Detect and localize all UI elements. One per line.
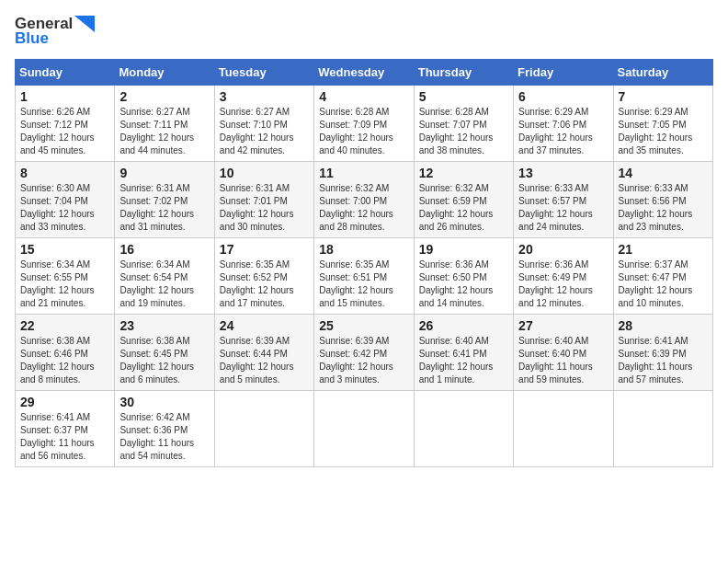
day-info: Sunrise: 6:38 AM Sunset: 6:45 PM Dayligh… — [119, 335, 209, 386]
day-number: 27 — [518, 318, 608, 333]
day-info: Sunrise: 6:41 AM Sunset: 6:37 PM Dayligh… — [20, 411, 109, 463]
day-info: Sunrise: 6:42 AM Sunset: 6:36 PM Dayligh… — [119, 411, 209, 463]
day-number: 14 — [619, 166, 708, 180]
calendar-cell: 4 Sunrise: 6:28 AM Sunset: 7:09 PM Dayli… — [314, 86, 414, 162]
calendar-cell: 10 Sunrise: 6:31 AM Sunset: 7:01 PM Dayl… — [214, 162, 313, 238]
calendar-cell: 3 Sunrise: 6:27 AM Sunset: 7:10 PM Dayli… — [214, 86, 313, 162]
day-number: 17 — [220, 242, 309, 257]
calendar-cell: 21 Sunrise: 6:37 AM Sunset: 6:47 PM Dayl… — [613, 238, 712, 315]
day-info: Sunrise: 6:28 AM Sunset: 7:09 PM Dayligh… — [319, 106, 408, 157]
day-number: 26 — [419, 318, 508, 333]
day-info: Sunrise: 6:31 AM Sunset: 7:01 PM Dayligh… — [220, 182, 309, 234]
calendar-cell: 14 Sunrise: 6:33 AM Sunset: 6:56 PM Dayl… — [613, 162, 712, 238]
day-info: Sunrise: 6:39 AM Sunset: 6:44 PM Dayligh… — [220, 335, 309, 386]
day-number: 3 — [220, 89, 309, 104]
day-number: 8 — [20, 166, 109, 180]
day-info: Sunrise: 6:40 AM Sunset: 6:40 PM Dayligh… — [518, 335, 608, 386]
day-of-week-header: Friday — [514, 60, 613, 86]
logo-arrow-icon — [74, 16, 95, 32]
day-info: Sunrise: 6:36 AM Sunset: 6:49 PM Dayligh… — [518, 259, 608, 310]
calendar-cell: 27 Sunrise: 6:40 AM Sunset: 6:40 PM Dayl… — [514, 315, 613, 391]
calendar-cell: 15 Sunrise: 6:34 AM Sunset: 6:55 PM Dayl… — [16, 238, 115, 315]
calendar-table: SundayMondayTuesdayWednesdayThursdayFrid… — [15, 59, 713, 467]
calendar-cell: 7 Sunrise: 6:29 AM Sunset: 7:05 PM Dayli… — [613, 86, 712, 162]
calendar-cell: 9 Sunrise: 6:31 AM Sunset: 7:02 PM Dayli… — [115, 162, 214, 238]
calendar-cell — [314, 391, 414, 467]
calendar-cell: 22 Sunrise: 6:38 AM Sunset: 6:46 PM Dayl… — [16, 315, 115, 391]
calendar-cell: 20 Sunrise: 6:36 AM Sunset: 6:49 PM Dayl… — [514, 238, 613, 315]
day-info: Sunrise: 6:29 AM Sunset: 7:05 PM Dayligh… — [619, 106, 708, 157]
calendar-cell: 13 Sunrise: 6:33 AM Sunset: 6:57 PM Dayl… — [514, 162, 613, 238]
day-number: 16 — [119, 242, 209, 257]
day-number: 7 — [619, 89, 708, 104]
day-number: 12 — [419, 166, 508, 180]
day-of-week-header: Monday — [115, 60, 214, 86]
day-info: Sunrise: 6:28 AM Sunset: 7:07 PM Dayligh… — [419, 106, 508, 157]
calendar-cell: 16 Sunrise: 6:34 AM Sunset: 6:54 PM Dayl… — [115, 238, 214, 315]
day-info: Sunrise: 6:38 AM Sunset: 6:46 PM Dayligh… — [20, 335, 109, 386]
day-number: 4 — [319, 89, 408, 104]
calendar-cell: 24 Sunrise: 6:39 AM Sunset: 6:44 PM Dayl… — [214, 315, 313, 391]
calendar-cell: 5 Sunrise: 6:28 AM Sunset: 7:07 PM Dayli… — [414, 86, 513, 162]
calendar-cell: 19 Sunrise: 6:36 AM Sunset: 6:50 PM Dayl… — [414, 238, 513, 315]
day-number: 29 — [20, 395, 109, 409]
calendar-cell: 29 Sunrise: 6:41 AM Sunset: 6:37 PM Dayl… — [16, 391, 115, 467]
day-number: 23 — [119, 318, 209, 333]
day-info: Sunrise: 6:32 AM Sunset: 7:00 PM Dayligh… — [319, 182, 408, 234]
logo-blue-text: Blue — [15, 29, 49, 48]
logo: General Blue — [15, 15, 95, 48]
day-number: 21 — [619, 242, 708, 257]
day-info: Sunrise: 6:40 AM Sunset: 6:41 PM Dayligh… — [419, 335, 508, 386]
calendar-cell: 26 Sunrise: 6:40 AM Sunset: 6:41 PM Dayl… — [414, 315, 513, 391]
calendar-cell — [613, 391, 712, 467]
day-info: Sunrise: 6:26 AM Sunset: 7:12 PM Dayligh… — [20, 106, 109, 157]
calendar-cell: 25 Sunrise: 6:39 AM Sunset: 6:42 PM Dayl… — [314, 315, 414, 391]
day-number: 5 — [419, 89, 508, 104]
day-info: Sunrise: 6:30 AM Sunset: 7:04 PM Dayligh… — [20, 182, 109, 234]
calendar-cell: 23 Sunrise: 6:38 AM Sunset: 6:45 PM Dayl… — [115, 315, 214, 391]
day-number: 30 — [119, 395, 209, 409]
day-number: 2 — [119, 89, 209, 104]
day-info: Sunrise: 6:33 AM Sunset: 6:56 PM Dayligh… — [619, 182, 708, 234]
svg-marker-0 — [74, 16, 95, 32]
day-number: 22 — [20, 318, 109, 333]
day-number: 18 — [319, 242, 408, 257]
calendar-cell — [514, 391, 613, 467]
day-number: 20 — [518, 242, 608, 257]
day-number: 24 — [220, 318, 309, 333]
day-of-week-header: Wednesday — [314, 60, 414, 86]
page-header: General Blue — [15, 15, 713, 48]
day-number: 19 — [419, 242, 508, 257]
day-info: Sunrise: 6:33 AM Sunset: 6:57 PM Dayligh… — [518, 182, 608, 234]
day-info: Sunrise: 6:39 AM Sunset: 6:42 PM Dayligh… — [319, 335, 408, 386]
day-info: Sunrise: 6:29 AM Sunset: 7:06 PM Dayligh… — [518, 106, 608, 157]
day-info: Sunrise: 6:35 AM Sunset: 6:52 PM Dayligh… — [220, 259, 309, 310]
day-number: 10 — [220, 166, 309, 180]
calendar-cell: 11 Sunrise: 6:32 AM Sunset: 7:00 PM Dayl… — [314, 162, 414, 238]
day-info: Sunrise: 6:41 AM Sunset: 6:39 PM Dayligh… — [619, 335, 708, 386]
day-of-week-header: Thursday — [414, 60, 513, 86]
calendar-cell — [414, 391, 513, 467]
day-info: Sunrise: 6:37 AM Sunset: 6:47 PM Dayligh… — [619, 259, 708, 310]
day-of-week-header: Tuesday — [214, 60, 313, 86]
day-info: Sunrise: 6:34 AM Sunset: 6:55 PM Dayligh… — [20, 259, 109, 310]
calendar-cell — [214, 391, 313, 467]
calendar-cell: 8 Sunrise: 6:30 AM Sunset: 7:04 PM Dayli… — [16, 162, 115, 238]
calendar-cell: 6 Sunrise: 6:29 AM Sunset: 7:06 PM Dayli… — [514, 86, 613, 162]
calendar-cell: 18 Sunrise: 6:35 AM Sunset: 6:51 PM Dayl… — [314, 238, 414, 315]
day-number: 9 — [119, 166, 209, 180]
day-number: 11 — [319, 166, 408, 180]
calendar-cell: 30 Sunrise: 6:42 AM Sunset: 6:36 PM Dayl… — [115, 391, 214, 467]
day-info: Sunrise: 6:35 AM Sunset: 6:51 PM Dayligh… — [319, 259, 408, 310]
day-number: 1 — [20, 89, 109, 104]
day-number: 28 — [619, 318, 708, 333]
day-of-week-header: Saturday — [613, 60, 712, 86]
day-of-week-header: Sunday — [16, 60, 115, 86]
calendar-cell: 12 Sunrise: 6:32 AM Sunset: 6:59 PM Dayl… — [414, 162, 513, 238]
day-number: 6 — [518, 89, 608, 104]
day-info: Sunrise: 6:27 AM Sunset: 7:10 PM Dayligh… — [220, 106, 309, 157]
calendar-cell: 28 Sunrise: 6:41 AM Sunset: 6:39 PM Dayl… — [613, 315, 712, 391]
day-number: 15 — [20, 242, 109, 257]
day-info: Sunrise: 6:34 AM Sunset: 6:54 PM Dayligh… — [119, 259, 209, 310]
day-info: Sunrise: 6:27 AM Sunset: 7:11 PM Dayligh… — [119, 106, 209, 157]
